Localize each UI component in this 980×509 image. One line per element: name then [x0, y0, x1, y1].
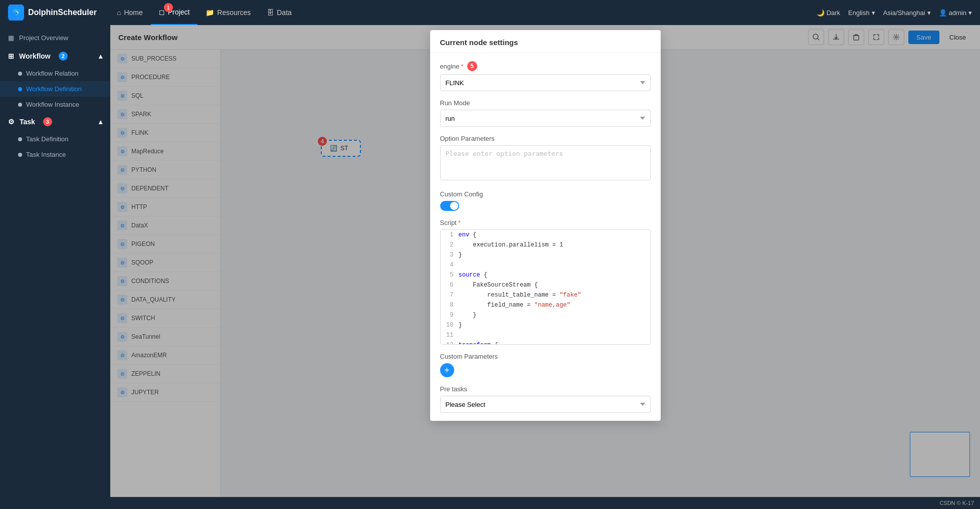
nav-resources[interactable]: 📁 Resources	[198, 0, 259, 25]
overview-icon: ▦	[8, 34, 14, 42]
sidebar-item-workflow-instance[interactable]: Workflow Instance	[0, 97, 110, 112]
code-line-6: 6 FakeSourceStream {	[441, 280, 650, 290]
pre-tasks-label: Pre tasks	[440, 385, 651, 393]
code-line-11: 11	[441, 330, 650, 340]
app-name: DolphinScheduler	[28, 8, 97, 17]
line-number-11: 11	[441, 330, 459, 340]
top-navigation: 🐬 DolphinScheduler ⌂ Home ◻ Project 1 📁 …	[0, 0, 980, 25]
sidebar-item-task-instance[interactable]: Task Instance	[0, 147, 110, 162]
nav-home[interactable]: ⌂ Home	[109, 0, 151, 25]
workflow-instance-label: Workflow Instance	[26, 101, 79, 108]
line-content-5: source {	[459, 270, 488, 280]
line-content-9: }	[459, 310, 477, 320]
user-icon: 👤	[939, 9, 947, 17]
workflow-definition-label: Workflow Definition	[26, 85, 82, 93]
line-number-12: 12	[441, 340, 459, 345]
run-mode-select[interactable]: run	[440, 110, 651, 127]
sidebar: ▦ Project Overview ⊞ Workflow 2 ▴ Workfl…	[0, 25, 110, 497]
line-content-2: execution.parallelism = 1	[459, 240, 563, 250]
nav-project[interactable]: ◻ Project 1	[151, 0, 198, 25]
sidebar-task-group[interactable]: ⚙ Task 3 ▴	[0, 112, 110, 131]
engine-required: *	[461, 63, 464, 70]
workflow-relation-dot	[18, 72, 22, 76]
pre-tasks-field: Pre tasks Please Select	[440, 385, 651, 413]
code-line-5: 5source {	[441, 270, 650, 280]
user-menu[interactable]: 👤 admin ▾	[939, 9, 972, 17]
line-number-10: 10	[441, 320, 459, 330]
engine-select[interactable]: FLINK	[440, 74, 651, 91]
add-param-button[interactable]: +	[440, 363, 454, 377]
option-params-textarea[interactable]	[440, 145, 651, 180]
task-group-icon: ⚙	[8, 118, 15, 126]
sidebar-item-project-overview[interactable]: ▦ Project Overview	[0, 29, 110, 47]
modal-body: engine * 5 FLINK Run Mode	[430, 53, 661, 421]
custom-config-toggle[interactable]	[440, 201, 459, 211]
pre-tasks-select[interactable]: Please Select	[440, 396, 651, 413]
line-number-7: 7	[441, 290, 459, 300]
home-icon: ⌂	[117, 9, 121, 17]
line-number-1: 1	[441, 230, 459, 240]
option-params-field: Option Parameters	[440, 135, 651, 182]
custom-params-label: Custom Parameters	[440, 353, 651, 360]
logo[interactable]: 🐬 DolphinScheduler	[8, 5, 97, 21]
task-instance-dot	[18, 153, 22, 157]
code-line-10: 10}	[441, 320, 650, 330]
toggle-thumb	[450, 202, 458, 210]
nav-right: 🌙 Dark English ▾ Asia/Shanghai ▾ 👤 admin…	[817, 9, 972, 17]
nav-data[interactable]: 🗄 Data	[259, 0, 300, 25]
script-field: Script * 1env {2 execution.parallelism =…	[440, 219, 651, 345]
line-number-5: 5	[441, 270, 459, 280]
run-mode-label: Run Mode	[440, 99, 651, 107]
line-number-9: 9	[441, 310, 459, 320]
resources-icon: 📁	[206, 9, 214, 17]
line-content-8: field_name = "name,age"	[459, 300, 570, 310]
code-line-7: 7 result_table_name = "fake"	[441, 290, 650, 300]
line-content-1: env {	[459, 230, 477, 240]
engine-field: engine * 5 FLINK	[440, 61, 651, 91]
task-collapse-icon: ▴	[99, 118, 102, 126]
workflow-definition-dot	[18, 87, 22, 91]
workflow-group-label: Workflow	[19, 52, 51, 60]
status-bar: CSDN © K-17	[0, 497, 980, 509]
logo-icon: 🐬	[8, 5, 24, 21]
modal-overlay: Current node settings engine * 5 FLINK	[110, 25, 980, 497]
language-chevron: ▾	[872, 9, 875, 17]
nav-data-label: Data	[277, 9, 292, 17]
modal-title: Current node settings	[440, 38, 518, 47]
code-line-8: 8 field_name = "name,age"	[441, 300, 650, 310]
sidebar-item-workflow-relation[interactable]: Workflow Relation	[0, 66, 110, 81]
sidebar-item-workflow-definition[interactable]: Workflow Definition	[0, 81, 110, 97]
code-line-4: 4	[441, 260, 650, 270]
status-text: CSDN © K-17	[939, 500, 974, 506]
engine-label: engine * 5	[440, 61, 651, 71]
task-definition-dot	[18, 137, 22, 141]
timezone-selector[interactable]: Asia/Shanghai ▾	[883, 9, 931, 17]
language-selector[interactable]: English ▾	[848, 9, 875, 17]
main-layout: ▦ Project Overview ⊞ Workflow 2 ▴ Workfl…	[0, 25, 980, 497]
line-number-3: 3	[441, 250, 459, 260]
code-line-2: 2 execution.parallelism = 1	[441, 240, 650, 250]
task-badge: 3	[43, 117, 52, 126]
task-definition-label: Task Definition	[26, 135, 69, 143]
option-params-label: Option Parameters	[440, 135, 651, 142]
line-content-3: }	[459, 250, 462, 260]
line-content-12: transform {	[459, 340, 498, 345]
code-line-3: 3}	[441, 250, 650, 260]
line-content-7: result_table_name = "fake"	[459, 290, 581, 300]
user-label: admin	[949, 9, 966, 17]
sidebar-workflow-group[interactable]: ⊞ Workflow 2 ▴	[0, 47, 110, 66]
content-area: Create Workflow Save Close	[110, 25, 980, 497]
line-number-8: 8	[441, 300, 459, 310]
user-chevron: ▾	[968, 9, 972, 17]
workflow-instance-dot	[18, 103, 22, 107]
run-mode-field: Run Mode run	[440, 99, 651, 127]
custom-config-label: Custom Config	[440, 190, 651, 198]
task-instance-label: Task Instance	[26, 151, 66, 158]
workflow-relation-label: Workflow Relation	[26, 70, 79, 77]
script-editor[interactable]: 1env {2 execution.parallelism = 13}45sou…	[440, 229, 651, 345]
code-line-12: 12transform {	[441, 340, 650, 345]
theme-label: Dark	[827, 9, 840, 17]
theme-toggle[interactable]: 🌙 Dark	[817, 9, 840, 17]
line-content-6: FakeSourceStream {	[459, 280, 538, 290]
sidebar-item-task-definition[interactable]: Task Definition	[0, 131, 110, 147]
